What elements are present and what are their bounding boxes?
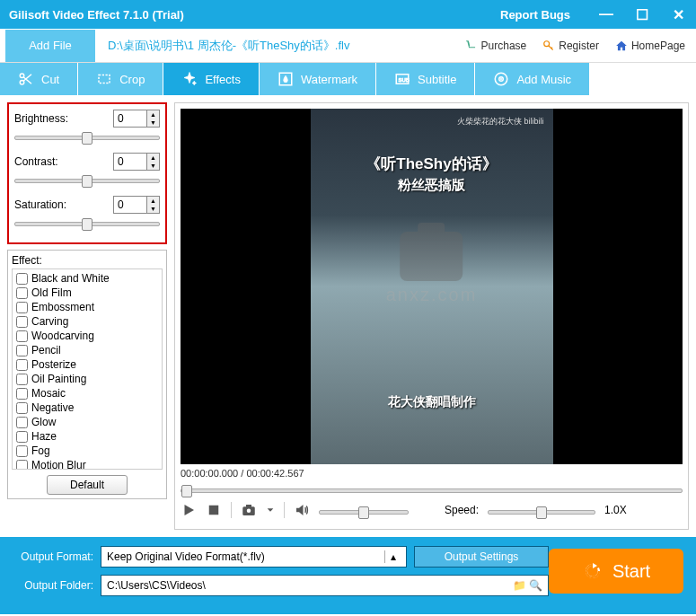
- effect-box: Effect: Black and WhiteOld FilmEmbossmen…: [7, 250, 167, 499]
- effect-checkbox[interactable]: [16, 359, 28, 371]
- effect-checkbox[interactable]: [16, 374, 28, 385]
- add-file-button[interactable]: Add File: [5, 30, 95, 62]
- tab-crop[interactable]: Crop: [78, 63, 163, 95]
- volume-icon[interactable]: [294, 502, 310, 518]
- effect-checkbox[interactable]: [16, 402, 28, 414]
- saturation-down[interactable]: ▼: [147, 205, 159, 213]
- contrast-slider[interactable]: [14, 174, 160, 187]
- effect-item[interactable]: Negative: [14, 400, 160, 415]
- tab-subtitle[interactable]: SUB Subtitle: [376, 63, 475, 95]
- effect-checkbox[interactable]: [16, 345, 28, 356]
- output-format-label: Output Format:: [13, 550, 93, 563]
- tab-add-music[interactable]: Add Music: [475, 63, 590, 95]
- effect-checkbox[interactable]: [16, 431, 28, 443]
- effect-item[interactable]: Motion Blur: [14, 458, 160, 470]
- progress-slider[interactable]: [181, 484, 683, 497]
- start-button[interactable]: Start: [549, 549, 683, 594]
- register-link[interactable]: Register: [542, 40, 599, 52]
- output-folder-input[interactable]: C:\Users\CS\Videos\ 📁 🔍: [101, 575, 549, 596]
- dropdown-icon[interactable]: ▴: [384, 550, 401, 563]
- home-icon: [615, 40, 628, 52]
- brightness-input[interactable]: [114, 110, 146, 127]
- refresh-icon: [582, 560, 603, 582]
- effect-label: Posterize: [31, 358, 76, 371]
- homepage-link[interactable]: HomePage: [615, 40, 685, 52]
- play-icon[interactable]: [181, 502, 197, 518]
- saturation-input[interactable]: [114, 197, 146, 213]
- tab-watermark-label: Watermark: [301, 73, 357, 86]
- effect-label: Glow: [31, 416, 56, 428]
- effect-item[interactable]: Fog: [14, 444, 160, 458]
- default-button[interactable]: Default: [47, 475, 128, 495]
- minimize-button[interactable]: —: [588, 6, 624, 22]
- effect-checkbox[interactable]: [16, 287, 28, 299]
- effect-checkbox[interactable]: [16, 316, 28, 328]
- effect-item[interactable]: Embossment: [14, 300, 160, 314]
- purchase-link[interactable]: Purchase: [465, 40, 527, 52]
- tab-cut[interactable]: Cut: [0, 63, 78, 95]
- tab-add-music-label: Add Music: [516, 73, 571, 86]
- titlebar: Gilisoft Video Effect 7.1.0 (Trial) Repo…: [0, 0, 696, 29]
- contrast-down[interactable]: ▼: [147, 162, 159, 170]
- effect-checkbox[interactable]: [16, 445, 28, 457]
- volume-slider[interactable]: [319, 506, 409, 518]
- svg-rect-3: [99, 75, 110, 84]
- folder-icon[interactable]: 📁: [513, 579, 526, 592]
- effect-checkbox[interactable]: [16, 330, 28, 342]
- output-settings-button[interactable]: Output Settings: [414, 546, 549, 568]
- contrast-input[interactable]: [114, 154, 146, 170]
- effect-item[interactable]: Black and White: [14, 271, 160, 286]
- divider: [231, 502, 232, 518]
- video-subtitle-overlay: 粉丝恶搞版: [311, 177, 553, 194]
- search-folder-icon[interactable]: 🔍: [529, 579, 542, 592]
- homepage-label: HomePage: [631, 40, 685, 52]
- effect-item[interactable]: Haze: [14, 429, 160, 444]
- effect-item[interactable]: Woodcarving: [14, 329, 160, 343]
- snapshot-icon[interactable]: [241, 502, 257, 518]
- disc-icon: [493, 71, 509, 87]
- video-frame: 火柴柴花的花大侠 bilibili 《听TheShy的话》 粉丝恶搞版 anxz…: [311, 109, 553, 464]
- effect-item[interactable]: Glow: [14, 415, 160, 429]
- brightness-row: Brightness: ▲▼: [14, 110, 160, 147]
- snapshot-dropdown-icon[interactable]: [266, 502, 275, 518]
- speed-slider[interactable]: [488, 506, 595, 518]
- effect-list[interactable]: Black and WhiteOld FilmEmbossmentCarving…: [12, 268, 163, 470]
- effect-checkbox[interactable]: [16, 388, 28, 400]
- saturation-up[interactable]: ▲: [147, 197, 159, 205]
- brightness-down[interactable]: ▼: [147, 119, 159, 127]
- effect-checkbox[interactable]: [16, 460, 28, 471]
- report-bugs-link[interactable]: Report Bugs: [500, 8, 570, 22]
- effect-item[interactable]: Old Film: [14, 286, 160, 300]
- brightness-up[interactable]: ▲: [147, 110, 159, 119]
- tab-watermark[interactable]: Watermark: [260, 63, 376, 95]
- effect-item[interactable]: Carving: [14, 314, 160, 329]
- contrast-spinner[interactable]: ▲▼: [113, 153, 160, 171]
- adjust-box: Brightness: ▲▼ Contrast: ▲▼: [7, 102, 167, 244]
- contrast-up[interactable]: ▲: [147, 154, 159, 162]
- output-format-select[interactable]: Keep Original Video Format(*.flv) ▴: [101, 546, 407, 568]
- maximize-button[interactable]: ☐: [624, 6, 660, 23]
- brightness-slider[interactable]: [14, 131, 160, 144]
- effect-item[interactable]: Pencil: [14, 343, 160, 357]
- svg-rect-10: [209, 506, 219, 515]
- effect-checkbox[interactable]: [16, 417, 28, 428]
- brightness-spinner[interactable]: ▲▼: [113, 110, 160, 128]
- scissors-icon: [18, 71, 34, 87]
- divider: [284, 502, 285, 518]
- file-path: D:\桌面\说明书\1 周杰伦-《听TheShy的话》.flv: [101, 38, 465, 54]
- saturation-spinner[interactable]: ▲▼: [113, 196, 160, 214]
- effect-checkbox[interactable]: [16, 302, 28, 313]
- link-group: Purchase Register HomePage: [465, 40, 696, 52]
- effect-item[interactable]: Mosaic: [14, 386, 160, 400]
- effect-checkbox[interactable]: [16, 273, 28, 285]
- saturation-slider[interactable]: [14, 217, 160, 230]
- tab-effects[interactable]: Effects: [163, 63, 260, 95]
- close-button[interactable]: ✕: [660, 6, 696, 23]
- tab-cut-label: Cut: [41, 73, 59, 86]
- start-label: Start: [612, 561, 650, 582]
- effect-label: Old Film: [31, 286, 72, 299]
- stop-icon[interactable]: [206, 502, 222, 518]
- effect-item[interactable]: Oil Painting: [14, 372, 160, 386]
- subtitle-icon: SUB: [394, 71, 410, 87]
- effect-item[interactable]: Posterize: [14, 357, 160, 372]
